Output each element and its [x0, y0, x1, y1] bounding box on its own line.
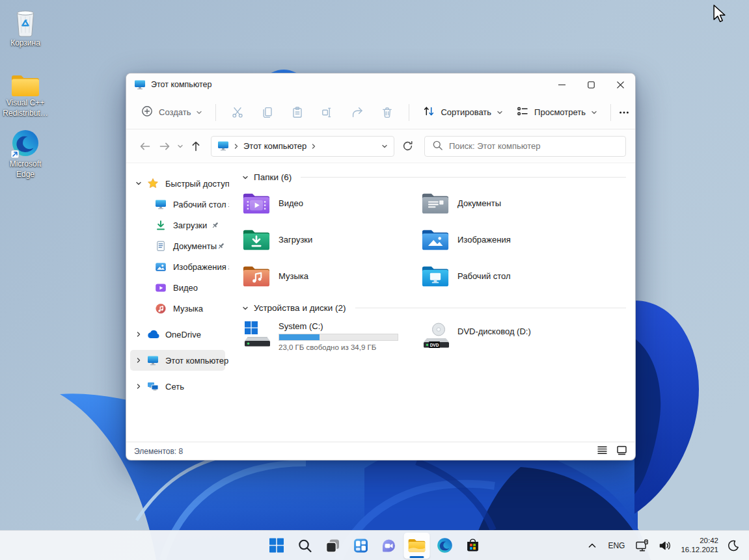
- music-icon: [155, 302, 168, 314]
- desktop-icon-recycle-bin[interactable]: Корзина: [4, 5, 47, 48]
- documents-icon: [155, 240, 168, 252]
- search-icon: [432, 140, 443, 153]
- search-input[interactable]: Поиск: Этот компьютер: [424, 136, 626, 157]
- focus-assist-moon-icon[interactable]: [723, 534, 744, 557]
- paste-button[interactable]: [282, 101, 312, 124]
- explorer-icon: [407, 537, 426, 554]
- close-button[interactable]: [606, 73, 635, 96]
- window-controls: [547, 73, 635, 96]
- chevron-right-icon[interactable]: [135, 331, 143, 338]
- minimize-button[interactable]: [547, 73, 577, 96]
- maximize-button[interactable]: [577, 73, 606, 96]
- search-placeholder: Поиск: Этот компьютер: [449, 141, 540, 151]
- taskbar-widgets-button[interactable]: [347, 533, 374, 559]
- folder-tile-pictures[interactable]: Изображения: [421, 227, 626, 252]
- taskbar-search-button[interactable]: [292, 533, 318, 559]
- sidebar-item-documents[interactable]: Документы: [130, 235, 225, 256]
- store-icon: [465, 538, 480, 553]
- folder-tile-documents[interactable]: Документы: [421, 191, 626, 215]
- refresh-button[interactable]: [397, 136, 418, 157]
- folder-tile-videos[interactable]: Видео: [242, 191, 408, 215]
- address-dropdown-chevron-icon[interactable]: [381, 143, 388, 150]
- folder-tile-desktop[interactable]: Рабочий стол: [421, 263, 626, 288]
- chevron-right-icon[interactable]: [310, 143, 317, 150]
- sidebar-item-downloads[interactable]: Загрузки: [130, 215, 225, 235]
- desktop-icon-label: Visual C++: [7, 99, 44, 108]
- copy-button[interactable]: [252, 101, 282, 124]
- sidebar-item-this-pc[interactable]: Этот компьютер: [130, 350, 225, 371]
- chevron-down-icon[interactable]: [135, 180, 143, 187]
- drive-tile-system-c[interactable]: System (C:)23,0 ГБ свободно из 34,9 ГБ: [242, 321, 408, 351]
- sidebar-item-videos[interactable]: Видео: [130, 277, 225, 298]
- time: 20:42: [681, 537, 718, 546]
- more-options-button[interactable]: [618, 101, 631, 124]
- create-label: Создать: [159, 107, 191, 117]
- clock[interactable]: 20:42 16.12.2021: [676, 537, 723, 554]
- taskbar-start-button[interactable]: [264, 533, 290, 559]
- view-label: Просмотреть: [534, 107, 586, 117]
- edge-icon: [436, 537, 453, 554]
- task-view-icon: [325, 538, 340, 553]
- back-button[interactable]: [135, 137, 155, 156]
- window-title: Этот компьютер: [151, 80, 211, 89]
- chat-icon: [381, 538, 396, 553]
- taskbar-chat-button[interactable]: [375, 533, 402, 559]
- delete-button[interactable]: [372, 101, 402, 124]
- sidebar-item-quick-access[interactable]: Быстрый доступ: [130, 173, 225, 194]
- section-header-devices[interactable]: Устройства и диски (2): [242, 303, 626, 313]
- sidebar-item-network[interactable]: Сеть: [130, 376, 225, 397]
- star-icon: [147, 178, 160, 189]
- sidebar-item-desktop[interactable]: Рабочий стол: [130, 194, 225, 215]
- chevron-right-icon[interactable]: [135, 357, 143, 364]
- folder-downloads-icon: [242, 227, 271, 252]
- desktop-icon-microsoft-edge[interactable]: MicrosoftEdge: [4, 126, 47, 179]
- taskbar-explorer-button[interactable]: [403, 533, 429, 559]
- large-icons-view-icon[interactable]: [616, 446, 627, 457]
- create-button[interactable]: Создать: [134, 105, 209, 120]
- folder-tile-downloads[interactable]: Загрузки: [242, 227, 408, 252]
- taskbar-edge-button[interactable]: [431, 533, 457, 559]
- sort-label: Сортировать: [441, 107, 491, 117]
- sidebar-item-music[interactable]: Музыка: [130, 298, 225, 319]
- sort-button[interactable]: Сортировать: [416, 101, 510, 124]
- recycle-bin-icon: [12, 5, 38, 38]
- forward-button[interactable]: [155, 137, 174, 156]
- folder-music-icon: [242, 263, 271, 288]
- recent-locations-chevron-icon[interactable]: [174, 143, 186, 150]
- desktop: КорзинаVisual C++Redistribut…MicrosoftEd…: [0, 0, 749, 560]
- title-bar: Этот компьютер: [126, 73, 635, 96]
- sidebar-item-pictures[interactable]: Изображения: [130, 256, 225, 277]
- address-bar[interactable]: Этот компьютер: [211, 136, 394, 157]
- volume-icon[interactable]: [654, 534, 676, 557]
- folder-videos-icon: [242, 191, 271, 215]
- videos-icon: [155, 282, 168, 293]
- folder-tile-music[interactable]: Музыка: [242, 263, 408, 288]
- details-view-icon[interactable]: [597, 446, 608, 457]
- section-header-folders[interactable]: Папки (6): [242, 172, 626, 182]
- sort-icon: [422, 105, 435, 120]
- view-button[interactable]: Просмотреть: [510, 101, 604, 124]
- folder-documents-icon: [421, 191, 450, 215]
- toolbar-separator: [215, 104, 216, 121]
- cut-button[interactable]: [223, 101, 252, 124]
- drive-tile-dvd-d[interactable]: DVDDVD-дисковод (D:): [421, 321, 626, 351]
- tray-chevron-up-icon[interactable]: [582, 534, 602, 557]
- section-divider: [355, 308, 626, 308]
- breadcrumb[interactable]: Этот компьютер: [243, 141, 306, 151]
- share-button[interactable]: [342, 101, 372, 124]
- desktop-icon-label: Microsoft: [10, 160, 42, 169]
- rename-button[interactable]: [312, 101, 342, 124]
- sidebar-item-onedrive[interactable]: OneDrive: [130, 324, 225, 345]
- network-icon[interactable]: [631, 534, 654, 557]
- sidebar-item-label: Загрузки: [173, 220, 207, 230]
- drive-name: DVD-дисковод (D:): [457, 327, 531, 336]
- pin-icon: [211, 221, 219, 230]
- desktop-icon-visual-cpp-redistributable[interactable]: Visual C++Redistribut…: [4, 65, 47, 118]
- taskbar-store-button[interactable]: [459, 533, 485, 559]
- taskbar-task-view-button[interactable]: [320, 533, 346, 559]
- chevron-right-icon[interactable]: [135, 383, 143, 390]
- folder-label: Музыка: [279, 271, 308, 281]
- up-button[interactable]: [186, 137, 206, 156]
- language-indicator[interactable]: ENG: [602, 541, 631, 550]
- sidebar-item-label: Этот компьютер: [165, 356, 228, 366]
